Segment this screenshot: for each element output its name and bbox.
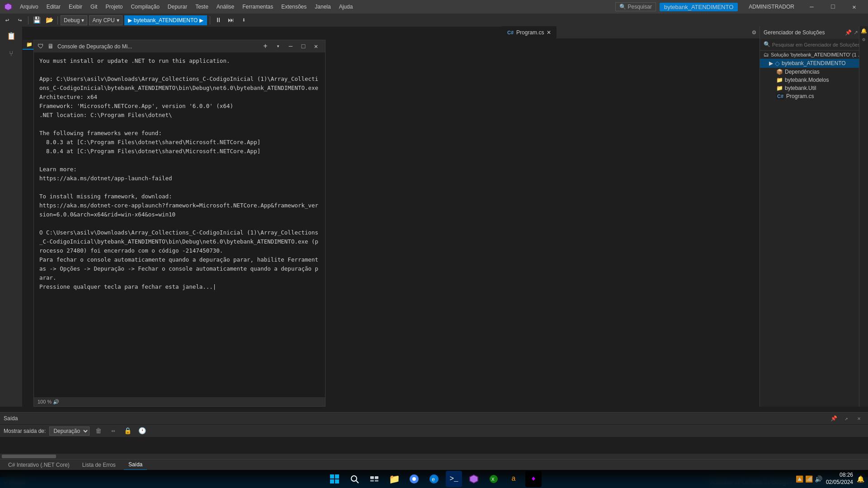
output-hscrollbar[interactable] [0,454,868,459]
menu-exibir[interactable]: Exibir [65,2,86,12]
clock-icon[interactable]: 🕐 [137,426,147,436]
toolbar-sep-1 [28,16,28,24]
debug-dropdown[interactable]: ▾ [273,41,283,52]
debug-line-12: https://aka.ms/dotnet/app-launch-failed [39,174,320,183]
tree-util[interactable]: 📁 bytebank.Util [760,84,868,92]
breakpoint-button[interactable]: ⏸ [213,15,224,26]
tab-csharp-interactive[interactable]: C# Interativo (.NET Core) [4,460,74,470]
show-output-label: Mostrar saída de: [4,428,46,434]
tab-saida[interactable]: Saída [124,460,147,470]
program-tab-close[interactable]: ✕ [547,29,551,36]
menu-teste[interactable]: Teste [192,2,212,12]
debug-line-19: Pressione qualquer tecla para fechar est… [39,282,320,291]
clear-output-icon[interactable]: 🗑 [93,426,104,436]
tree-modelos[interactable]: 📁 bytebank.Modelos [760,76,868,84]
tree-project-label: bytebank_ATENDIMENTO [782,60,846,66]
pin-icon[interactable]: 📌 [845,29,852,36]
hscrollbar-thumb[interactable] [2,455,56,458]
solution-explorer: Gerenciador de Soluções 📌 ↗ ✕ 🔍 🗂 Soluçã… [760,26,868,407]
run-button[interactable]: ▶ bytebank_ATENDIMENTO ▶ [124,15,208,25]
tree-program-cs[interactable]: C# Program.cs [760,92,868,100]
git-changes-icon[interactable]: ⑂ [3,46,19,62]
tree-dependencies[interactable]: 📦 Dependências [760,68,868,76]
minimize-button[interactable]: — [802,0,822,14]
notification-bell[interactable]: 🔔 [857,475,864,483]
task-view[interactable] [366,471,382,487]
cpu-dropdown[interactable]: Any CPU ▾ [89,15,122,25]
step-over-button[interactable]: ⏭ [226,15,236,26]
search-taskbar[interactable] [346,471,363,487]
debug-console-actions: + ▾ ─ □ ✕ [260,41,321,52]
debug-line-17: O C:\Users\asilv\Downloads\Array_Collect… [39,228,320,255]
rider-taskbar[interactable]: ♦ [525,471,542,487]
vs-taskbar[interactable] [466,471,482,487]
menu-depurar[interactable]: Depurar [164,2,191,12]
debug-maximize[interactable]: □ [298,41,309,52]
solution-folder-icon: 🗂 [764,52,769,58]
debug-line-8: 8.0.3 at [C:\Program Files\dotnet\shared… [39,138,320,147]
play-icon: ▶ [128,17,132,23]
search-box[interactable]: 🔍 Pesquisar [615,2,656,11]
output-arrow-icon[interactable]: ↗ [841,413,852,424]
notifications-icon[interactable]: 🔔 [859,27,868,35]
system-tray-icons: 🔼 📶 🔊 [796,475,822,483]
chevron-down-icon: ▾ [81,17,84,23]
debug-minimize[interactable]: ─ [285,41,296,52]
debug-close[interactable]: ✕ [311,41,321,52]
program-cs-tab[interactable]: C# Program.cs ✕ [502,26,557,39]
redo-button[interactable]: ↪ [14,15,25,26]
svg-rect-6 [370,476,374,479]
arrow-icon[interactable]: ↗ [854,29,858,36]
debug-mode-dropdown[interactable]: Debug ▾ [61,15,87,25]
project-icon: ◇ [775,60,780,67]
svg-text:X: X [491,477,495,482]
menu-analise[interactable]: Análise [213,2,238,12]
solution-search-input[interactable] [772,42,864,47]
step-into-button[interactable]: ⬇ [238,15,249,26]
tree-solution[interactable]: 🗂 Solução 'bytebank_ATENDIMENTO' (1 ... [760,51,868,59]
xbox-taskbar[interactable]: X [486,471,502,487]
terminal-taskbar[interactable]: >_ [446,471,462,487]
save-button[interactable]: 💾 [31,15,42,26]
tab-settings-icon[interactable]: ⚙ [749,27,760,38]
debug-line-1 [39,66,320,75]
menu-ferramentas[interactable]: Ferramentas [239,2,277,12]
start-button[interactable] [326,471,343,487]
lock-scroll-icon[interactable]: 🔒 [122,426,133,436]
file-explorer-taskbar[interactable]: 📁 [386,471,402,487]
app-logo [4,2,13,11]
title-bar: Arquivo Editar Exibir Git Projeto Compil… [0,0,868,14]
csharp-icon: C# [776,93,784,99]
maximize-button[interactable]: □ [823,0,843,14]
menu-janela[interactable]: Janela [311,2,334,12]
output-source-select[interactable]: Depuração [49,427,90,436]
menu-editar[interactable]: Editar [43,2,64,12]
open-button[interactable]: 📂 [44,15,55,26]
menu-projeto[interactable]: Projeto [102,2,126,12]
search-placeholder: Pesquisar [628,4,652,10]
word-wrap-icon[interactable]: ⇔ [108,426,118,436]
output-pin-icon[interactable]: 📌 [828,413,839,424]
undo-button[interactable]: ↩ [2,15,13,26]
menu-compilacao[interactable]: Compilação [127,2,163,12]
debug-line-5: .NET location: C:\Program Files\dotnet\ [39,111,320,120]
bottom-tabs-bar: C# Interativo (.NET Core) Lista de Erros… [0,459,868,470]
right-panel-icons: 🔔 ⚙ [859,26,868,407]
menu-arquivo[interactable]: Arquivo [16,2,42,12]
amazon-taskbar[interactable]: a [505,471,522,487]
run-label: bytebank_ATENDIMENTO [134,17,198,23]
chevron-down-icon-2: ▾ [117,17,119,23]
solution-explorer-icon[interactable]: 📋 [3,28,19,44]
menu-git[interactable]: Git [87,2,101,12]
tree-project[interactable]: ▶ ◇ bytebank_ATENDIMENTO [760,59,868,68]
settings-icon[interactable]: ⚙ [859,36,868,43]
close-button[interactable]: ✕ [844,0,864,14]
menu-ajuda[interactable]: Ajuda [335,2,357,12]
edge-taskbar[interactable]: e [426,471,442,487]
menu-extensoes[interactable]: Extensões [278,2,310,12]
tab-error-list[interactable]: Lista de Erros [78,460,120,470]
chrome-taskbar[interactable] [406,471,422,487]
tree-solution-label: Solução 'bytebank_ATENDIMENTO' (1 ... [771,52,862,57]
output-close-icon[interactable]: ✕ [854,413,864,424]
debug-add-tab[interactable]: + [260,41,271,52]
